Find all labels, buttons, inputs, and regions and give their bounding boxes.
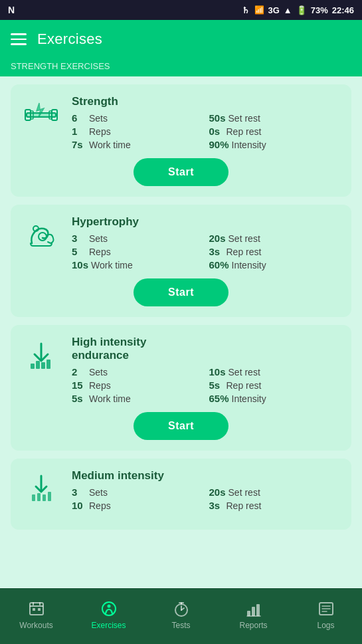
- bottom-nav: Workouts Exercises Tes: [0, 588, 362, 644]
- signal-icon: ▲: [284, 5, 292, 15]
- nav-label-exercises: Exercises: [91, 621, 126, 630]
- svg-rect-9: [36, 361, 40, 369]
- workouts-icon: [27, 599, 46, 618]
- stat-label-he-sets: Sets: [89, 367, 108, 377]
- high-endurance-icon: [21, 336, 61, 376]
- med-endurance-icon: [21, 469, 61, 509]
- stat-num-intensity: 90%: [209, 139, 229, 150]
- card-top-strength: Strength 6 Sets 50s Set rest 1 Reps: [21, 95, 341, 150]
- stat-label-work-time: Work time: [89, 140, 131, 150]
- bluetooth-symbol: 📶: [254, 5, 264, 15]
- stat-label-h-intensity: Intensity: [232, 260, 266, 270]
- start-button-hypertrophy[interactable]: Start: [134, 278, 228, 306]
- exercise-card-med-intensity: Medium intensity 3 Sets 20s Set rest 10 …: [11, 459, 351, 530]
- nav-item-reports[interactable]: Reports: [217, 588, 290, 644]
- stat-label-h-work-time: Work time: [91, 260, 133, 270]
- card-top-high-endurance: High intensityendurance 2 Sets 10s Set r…: [21, 336, 341, 404]
- stat-label-mi-sets: Sets: [89, 487, 108, 498]
- start-button-high-endurance[interactable]: Start: [134, 412, 228, 440]
- exercise-name-hypertrophy: Hypertrophy: [72, 215, 341, 229]
- stat-rep-rest: 0s Rep rest: [209, 126, 341, 137]
- stat-mi-sets: 3 Sets: [72, 486, 204, 498]
- svg-rect-10: [41, 362, 45, 369]
- nav-item-workouts[interactable]: Workouts: [0, 588, 72, 644]
- exercise-name-med-intensity: Medium intensity: [72, 469, 341, 483]
- stat-num-he-rep-rest: 5s: [209, 379, 224, 391]
- svg-rect-11: [46, 360, 50, 369]
- nav-label-workouts: Workouts: [19, 621, 52, 630]
- card-stats-hypertrophy: 3 Sets 20s Set rest 5 Reps 3s Rep rest: [72, 233, 341, 270]
- svg-rect-14: [43, 494, 46, 501]
- status-bar: N ♄ 📶 3G ▲ 🔋 73% 22:46: [0, 0, 362, 20]
- stat-num-sets: 6: [72, 112, 86, 124]
- svg-rect-24: [256, 604, 260, 616]
- stat-he-reps: 15 Reps: [72, 379, 204, 391]
- nav-label-reports: Reports: [239, 621, 267, 630]
- menu-button[interactable]: [11, 33, 27, 45]
- stat-num-set-rest: 50s: [209, 112, 226, 124]
- card-info-high-endurance: High intensityendurance 2 Sets 10s Set r…: [72, 336, 341, 404]
- start-button-strength[interactable]: Start: [134, 158, 228, 186]
- stat-label-set-rest: Set rest: [228, 113, 260, 124]
- reports-icon: [244, 599, 263, 618]
- stat-intensity: 90% Intensity: [209, 139, 341, 150]
- stat-num-h-set-rest: 20s: [209, 233, 226, 244]
- stat-he-set-rest: 10s Set rest: [209, 366, 341, 377]
- stat-h-work-time: 10s Work time: [72, 259, 204, 270]
- svg-rect-17: [33, 608, 35, 611]
- app-icon: N: [8, 5, 15, 15]
- stat-h-reps: 5 Reps: [72, 246, 204, 257]
- stat-he-intensity: 65% Intensity: [209, 393, 341, 404]
- header: Exercises: [0, 20, 362, 58]
- stat-he-work-time: 5s Work time: [72, 393, 204, 404]
- stat-label-he-work-time: Work time: [89, 393, 131, 404]
- svg-point-6: [39, 233, 46, 241]
- stat-sets: 6 Sets: [72, 112, 204, 124]
- stat-label-intensity: Intensity: [232, 140, 266, 150]
- stat-label-h-set-rest: Set rest: [228, 233, 260, 244]
- breadcrumb: STRENGTH EXERCISES: [0, 58, 362, 76]
- stat-num-mi-set-rest: 20s: [209, 486, 226, 498]
- stat-num-h-reps: 5: [72, 246, 86, 257]
- menu-line-3: [11, 43, 27, 45]
- svg-rect-8: [31, 364, 35, 369]
- stat-label-mi-set-rest: Set rest: [228, 487, 260, 498]
- nav-item-logs[interactable]: Logs: [290, 588, 362, 644]
- card-stats-strength: 6 Sets 50s Set rest 1 Reps 0s Rep rest: [72, 112, 341, 150]
- stat-label-mi-rep-rest: Rep rest: [226, 500, 262, 511]
- card-info-med-intensity: Medium intensity 3 Sets 20s Set rest 10 …: [72, 469, 341, 511]
- nav-label-logs: Logs: [317, 621, 334, 630]
- stat-mi-rep-rest: 3s Rep rest: [209, 500, 341, 511]
- stat-num-rep-rest: 0s: [209, 126, 224, 137]
- stat-num-he-reps: 15: [72, 379, 86, 391]
- stat-label-sets: Sets: [89, 113, 108, 124]
- svg-rect-15: [48, 492, 51, 501]
- network-indicator: 3G: [268, 5, 280, 15]
- svg-point-20: [107, 605, 110, 608]
- card-info-hypertrophy: Hypertrophy 3 Sets 20s Set rest 5 Reps: [72, 215, 341, 270]
- nav-item-tests[interactable]: Tests: [145, 588, 217, 644]
- bluetooth-icon: ♄: [240, 5, 250, 15]
- menu-line-1: [11, 33, 27, 35]
- exercises-list: Strength 6 Sets 50s Set rest 1 Reps: [0, 76, 362, 588]
- stat-mi-set-rest: 20s Set rest: [209, 486, 341, 498]
- stat-label-he-intensity: Intensity: [232, 393, 266, 404]
- stat-label-reps: Reps: [89, 126, 111, 137]
- strength-icon: [21, 95, 61, 135]
- svg-rect-13: [37, 493, 41, 501]
- exercise-name-strength: Strength: [72, 95, 341, 108]
- stat-reps: 1 Reps: [72, 126, 204, 137]
- stat-num-he-set-rest: 10s: [209, 366, 226, 377]
- exercise-card-hypertrophy: Hypertrophy 3 Sets 20s Set rest 5 Reps: [11, 205, 351, 317]
- nav-item-exercises[interactable]: Exercises: [72, 588, 145, 644]
- card-top-med-intensity: Medium intensity 3 Sets 20s Set rest 10 …: [21, 469, 341, 511]
- exercise-card-strength: Strength 6 Sets 50s Set rest 1 Reps: [11, 84, 351, 197]
- stat-label-rep-rest: Rep rest: [226, 126, 262, 137]
- page-title: Exercises: [37, 31, 102, 48]
- svg-rect-12: [32, 494, 35, 501]
- start-btn-wrap-hypertrophy: Start: [21, 278, 341, 306]
- start-btn-wrap-high-endurance: Start: [21, 412, 341, 440]
- tests-icon: [172, 599, 191, 618]
- svg-rect-22: [247, 611, 250, 616]
- menu-line-2: [11, 39, 27, 41]
